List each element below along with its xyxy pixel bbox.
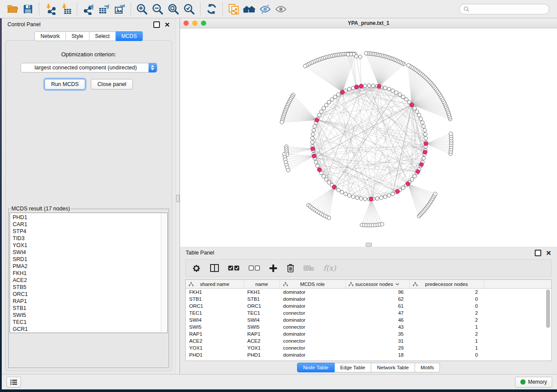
vertical-splitter-handle[interactable] bbox=[176, 195, 180, 202]
table-row[interactable]: YOX1YOX1connector291 bbox=[186, 344, 551, 351]
task-history-button[interactable] bbox=[7, 377, 21, 388]
cell: 2 bbox=[409, 309, 484, 316]
tab-network-table[interactable]: Network Table bbox=[371, 363, 415, 372]
table-row[interactable]: RAP1RAP1dominator352 bbox=[186, 330, 551, 337]
zoom-fit-button[interactable] bbox=[166, 2, 181, 16]
mcds-result-item[interactable]: ACE2 bbox=[13, 277, 167, 284]
mcds-result-item[interactable]: TID3 bbox=[13, 235, 167, 242]
vertical-splitter[interactable] bbox=[176, 18, 180, 374]
export-image-button[interactable] bbox=[112, 2, 128, 16]
apply-layout-button[interactable] bbox=[204, 2, 219, 16]
column-type-icon bbox=[349, 282, 353, 286]
table-scrollbar[interactable] bbox=[546, 289, 550, 360]
memory-status-icon bbox=[520, 379, 526, 385]
export-network-button[interactable] bbox=[80, 2, 96, 16]
open-file-button[interactable] bbox=[4, 2, 20, 16]
table-settings-button[interactable] bbox=[192, 262, 201, 274]
mcds-result-item[interactable]: STB5 bbox=[13, 284, 167, 291]
window-minimize-icon[interactable] bbox=[192, 21, 197, 26]
mcds-result-item[interactable]: PHD1 bbox=[13, 214, 167, 221]
search-input[interactable] bbox=[472, 6, 545, 13]
tab-edge-table[interactable]: Edge Table bbox=[335, 363, 371, 372]
table-row[interactable]: STB1STB1dominator620 bbox=[186, 296, 551, 303]
memory-button[interactable]: Memory bbox=[515, 377, 552, 388]
zoom-selected-button[interactable] bbox=[181, 2, 197, 16]
result-list-scrollbar[interactable] bbox=[161, 213, 167, 332]
hide-selected-button[interactable] bbox=[257, 2, 273, 16]
add-column-button[interactable] bbox=[269, 262, 277, 274]
table-row[interactable]: TEC1TEC1connector472 bbox=[186, 309, 551, 316]
delete-column-button[interactable] bbox=[287, 262, 294, 274]
zoom-out-button[interactable] bbox=[150, 2, 166, 16]
table-row[interactable]: FKH1FKH1dominator962 bbox=[186, 289, 551, 296]
window-maximize-icon[interactable] bbox=[201, 21, 206, 26]
table-row[interactable]: ACE2ACE2connector311 bbox=[186, 337, 551, 344]
search-field[interactable] bbox=[459, 4, 549, 14]
column-header-shared-name[interactable]: shared name bbox=[186, 280, 244, 289]
zoom-out-icon bbox=[152, 3, 164, 15]
close-table-panel-icon[interactable]: ✕ bbox=[546, 251, 551, 255]
horizontal-splitter-handle[interactable] bbox=[366, 243, 372, 247]
tab-node-table[interactable]: Node Table bbox=[297, 363, 335, 372]
column-header-name[interactable]: name bbox=[244, 280, 280, 289]
first-neighbors-button[interactable] bbox=[242, 2, 257, 16]
select-all-rows-button[interactable] bbox=[228, 262, 239, 274]
cell: 1 bbox=[409, 344, 484, 351]
network-graph[interactable] bbox=[180, 28, 557, 247]
close-panel-button[interactable]: Close panel bbox=[91, 79, 133, 89]
column-header-predecessor-nodes[interactable]: predecessor nodes bbox=[409, 280, 484, 289]
window-close-icon[interactable] bbox=[183, 21, 189, 26]
cell: SWI5 bbox=[244, 323, 280, 330]
mcds-result-item[interactable]: STP4 bbox=[13, 228, 167, 235]
table-toolbar: f(x) bbox=[185, 259, 552, 277]
mcds-result-item[interactable]: RAP1 bbox=[13, 298, 167, 305]
close-panel-icon[interactable]: ✕ bbox=[164, 22, 170, 27]
mcds-result-item[interactable]: SRD1 bbox=[13, 256, 167, 263]
mcds-result-item[interactable]: TEC1 bbox=[13, 319, 167, 326]
deselect-all-rows-button[interactable] bbox=[249, 262, 260, 274]
tab-network[interactable]: Network bbox=[35, 31, 66, 41]
cell: dominator bbox=[280, 316, 345, 323]
table-tabs-bar: Node TableEdge TableNetwork TableMotifs bbox=[180, 361, 557, 374]
mcds-result-item[interactable]: SWI4 bbox=[13, 249, 167, 256]
criterion-select[interactable]: largest connected component (undirected) bbox=[21, 63, 157, 72]
mcds-result-item[interactable]: SWI5 bbox=[13, 312, 167, 319]
tab-select[interactable]: Select bbox=[90, 31, 116, 41]
table-row[interactable]: SWI4SWI4dominator462 bbox=[186, 316, 551, 323]
import-table-button[interactable] bbox=[58, 2, 74, 16]
table-row[interactable]: SWI5SWI5connector431 bbox=[186, 323, 551, 330]
cell: RAP1 bbox=[244, 330, 280, 337]
import-network-button[interactable] bbox=[42, 2, 58, 16]
network-canvas[interactable] bbox=[180, 28, 557, 247]
mcds-result-item[interactable]: FKH1 bbox=[13, 270, 167, 277]
float-panel-icon[interactable] bbox=[153, 21, 160, 28]
mcds-result-item[interactable]: STB1 bbox=[13, 305, 167, 312]
column-header-successor-nodes[interactable]: successor nodes bbox=[345, 280, 409, 289]
table-scrollbar-thumb[interactable] bbox=[546, 289, 550, 328]
mcds-result-item[interactable]: ORC1 bbox=[13, 291, 167, 298]
run-mcds-button[interactable]: Run MCDS bbox=[45, 79, 85, 89]
main-content: Control Panel ✕ NetworkStyleSelectMCDS O… bbox=[2, 18, 557, 374]
column-layout-button[interactable] bbox=[210, 262, 219, 274]
show-all-button[interactable] bbox=[273, 2, 289, 16]
cell: ORC1 bbox=[244, 303, 280, 309]
trash-icon bbox=[287, 264, 294, 272]
column-header-MCDS-role[interactable]: MCDS role bbox=[280, 280, 345, 289]
table-row[interactable]: PHD1PHD1dominator180 bbox=[186, 351, 551, 358]
network-ring-nodes[interactable] bbox=[311, 84, 428, 201]
float-table-panel-icon[interactable] bbox=[535, 250, 541, 256]
tab-mcds[interactable]: MCDS bbox=[116, 31, 143, 41]
mcds-result-item[interactable]: YOX1 bbox=[13, 242, 167, 249]
save-session-button[interactable] bbox=[20, 2, 36, 16]
gear-icon bbox=[192, 264, 201, 273]
tab-style[interactable]: Style bbox=[66, 31, 90, 41]
export-table-button[interactable] bbox=[96, 2, 112, 16]
new-network-from-selection-button[interactable] bbox=[226, 2, 242, 16]
refresh-icon bbox=[206, 3, 218, 15]
mcds-result-item[interactable]: PMA2 bbox=[13, 263, 167, 270]
mcds-result-item[interactable]: CAR1 bbox=[13, 221, 167, 228]
zoom-in-button[interactable] bbox=[134, 2, 150, 16]
table-row[interactable]: ORC1ORC1dominator610 bbox=[186, 303, 551, 309]
tab-motifs[interactable]: Motifs bbox=[415, 363, 440, 372]
mcds-result-item[interactable]: GCR1 bbox=[13, 326, 167, 333]
